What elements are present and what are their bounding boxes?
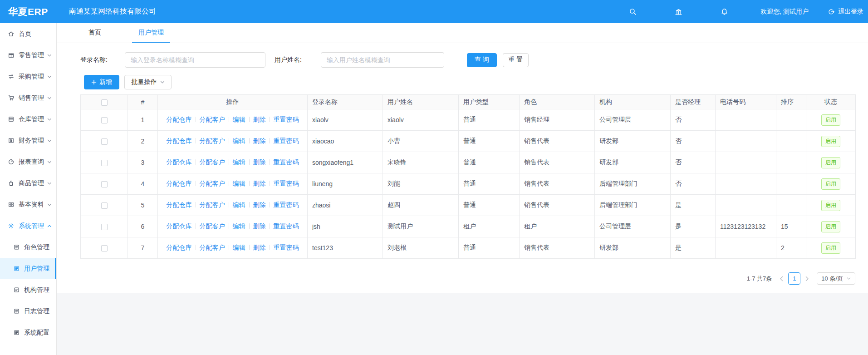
select-all-checkbox[interactable] [101,99,108,106]
action-assign-warehouse-link[interactable]: 分配仓库 [167,222,192,230]
sidebar-item-system-config[interactable]: 系统配置 [0,322,56,343]
action-edit-link[interactable]: 编辑 [233,116,245,123]
action-edit-link[interactable]: 编辑 [233,222,245,230]
action-assign-customer-link[interactable]: 分配客户 [200,137,225,144]
action-delete-link[interactable]: 删除 [253,137,266,144]
sidebar-item-role-mgmt[interactable]: 角色管理 [0,237,56,258]
action-delete-link[interactable]: 删除 [253,244,266,251]
action-reset-password-link[interactable]: 重置密码 [274,137,299,144]
cell-org: 研发部 [595,237,671,259]
action-edit-link[interactable]: 编辑 [233,137,245,144]
action-reset-password-link[interactable]: 重置密码 [274,116,299,123]
divider [249,181,250,186]
action-assign-customer-link[interactable]: 分配客户 [200,222,225,230]
cell-sort [776,195,806,216]
tab-user-mgmt[interactable]: 用户管理 [127,23,176,43]
action-edit-link[interactable]: 编辑 [233,201,245,208]
cell-user-type: 普通 [459,173,520,195]
users-table: # 操作 登录名称 用户姓名 用户类型 角色 机构 是否经理 电话号码 排序 状… [80,94,856,259]
chevron-down-icon [47,96,52,100]
app-logo[interactable]: 华夏ERP [0,5,57,18]
action-assign-warehouse-link[interactable]: 分配仓库 [167,244,192,251]
action-delete-link[interactable]: 删除 [253,222,266,230]
chevron-right-icon [805,276,809,281]
cell-phone [716,237,776,259]
action-edit-link[interactable]: 编辑 [233,244,245,251]
batch-actions-button[interactable]: 批量操作 [124,75,172,89]
action-reset-password-link[interactable]: 重置密码 [274,244,299,251]
sidebar-item-system-mgmt[interactable]: 系统管理 [0,215,56,237]
row-checkbox[interactable] [101,202,108,209]
row-checkbox[interactable] [101,245,108,251]
action-delete-link[interactable]: 删除 [253,180,266,187]
action-assign-warehouse-link[interactable]: 分配仓库 [167,158,192,166]
action-assign-warehouse-link[interactable]: 分配仓库 [167,180,192,187]
logout-button[interactable]: 退出登录 [828,8,863,16]
action-reset-password-link[interactable]: 重置密码 [274,158,299,166]
page-size-select[interactable]: 10 条/页 [817,272,855,285]
action-assign-warehouse-link[interactable]: 分配仓库 [167,116,192,123]
sidebar-item-report-query[interactable]: 报表查询 [0,151,56,173]
company-name: 南通某某网络科技有限公司 [69,7,156,16]
search-icon[interactable] [629,8,637,15]
cell-is-manager: 否 [671,152,716,173]
retail-icon [8,52,15,59]
sidebar-item-org-mgmt[interactable]: 机构管理 [0,279,56,301]
action-delete-link[interactable]: 删除 [253,116,266,123]
sidebar-item-label: 首页 [19,30,31,38]
login-name-input[interactable] [125,52,265,68]
sidebar-item-user-mgmt[interactable]: 用户管理 [0,258,56,279]
col-header-user-name: 用户姓名 [383,95,459,109]
add-button[interactable]: 新增 [84,75,119,89]
tab-content: 登录名称: 用户姓名: 查 询 重 置 新增 批量操作 [57,43,868,285]
action-assign-customer-link[interactable]: 分配客户 [200,180,225,187]
bell-icon[interactable] [721,8,728,15]
action-assign-customer-link[interactable]: 分配客户 [200,158,225,166]
document-icon [13,308,20,315]
action-reset-password-link[interactable]: 重置密码 [274,201,299,208]
action-assign-customer-link[interactable]: 分配客户 [200,116,225,123]
action-assign-customer-link[interactable]: 分配客户 [200,201,225,208]
action-edit-link[interactable]: 编辑 [233,180,245,187]
cell-is-manager: 是 [671,216,716,237]
current-page[interactable]: 1 [788,272,800,285]
action-edit-link[interactable]: 编辑 [233,158,245,166]
sidebar-item-warehouse-mgmt[interactable]: 仓库管理 [0,108,56,130]
table-header-row: # 操作 登录名称 用户姓名 用户类型 角色 机构 是否经理 电话号码 排序 状… [81,95,856,109]
cell-login-name: liuneng [308,173,383,195]
sidebar-item-sales-mgmt[interactable]: 销售管理 [0,87,56,108]
chevron-down-icon [47,202,52,207]
query-button[interactable]: 查 询 [467,53,497,67]
sidebar-item-purchase-mgmt[interactable]: 采购管理 [0,66,56,87]
action-reset-password-link[interactable]: 重置密码 [274,222,299,230]
row-checkbox[interactable] [101,181,108,187]
sidebar-item-home[interactable]: 首页 [0,23,56,44]
divider [196,245,196,250]
sidebar-item-basic-data[interactable]: 基本资料 [0,194,56,215]
status-badge: 启用 [821,157,840,168]
reset-button[interactable]: 重 置 [503,53,529,67]
row-checkbox[interactable] [101,138,108,145]
row-checkbox[interactable] [101,117,108,123]
sidebar-item-goods-mgmt[interactable]: 商品管理 [0,173,56,194]
action-delete-link[interactable]: 删除 [253,158,266,166]
sidebar-item-finance-mgmt[interactable]: 财务管理 [0,130,56,151]
cell-index: 7 [128,237,158,259]
action-delete-link[interactable]: 删除 [253,201,266,208]
bank-icon[interactable] [675,8,682,15]
action-reset-password-link[interactable]: 重置密码 [274,180,299,187]
row-checkbox[interactable] [101,160,108,166]
row-checkbox[interactable] [101,224,108,230]
cell-is-manager: 否 [671,173,716,195]
tab-home[interactable]: 首页 [77,23,113,43]
action-assign-customer-link[interactable]: 分配客户 [200,244,225,251]
sidebar-item-retail-mgmt[interactable]: 零售管理 [0,44,56,66]
divider [270,159,270,165]
action-assign-warehouse-link[interactable]: 分配仓库 [167,137,192,144]
sidebar-item-log-mgmt[interactable]: 日志管理 [0,301,56,322]
next-page-button[interactable] [803,272,811,285]
user-name-input[interactable] [321,52,444,68]
prev-page-button[interactable] [777,272,785,285]
sidebar-item-label: 系统配置 [24,329,49,337]
action-assign-warehouse-link[interactable]: 分配仓库 [167,201,192,208]
